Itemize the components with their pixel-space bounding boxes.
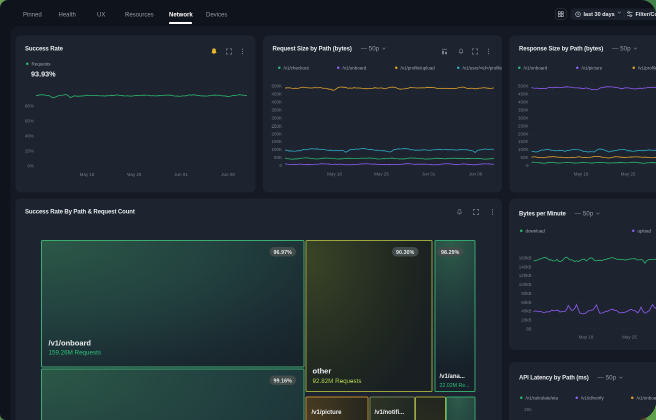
- svg-text:200K: 200K: [271, 131, 282, 136]
- svg-text:0%: 0%: [27, 164, 34, 169]
- svg-text:Jun 01: Jun 01: [174, 172, 188, 177]
- svg-text:May 18: May 18: [327, 172, 342, 177]
- svg-text:200K: 200K: [518, 131, 529, 136]
- svg-text:0B: 0B: [526, 326, 532, 331]
- svg-text:140kB: 140kB: [519, 264, 532, 269]
- svg-text:400K: 400K: [271, 99, 282, 104]
- svg-text:350K: 350K: [271, 107, 282, 112]
- svg-text:40kB: 40kB: [521, 309, 531, 314]
- svg-text:350K: 350K: [518, 107, 529, 112]
- svg-text:60kB: 60kB: [521, 300, 531, 305]
- svg-text:80kB: 80kB: [521, 291, 531, 296]
- svg-text:150K: 150K: [271, 139, 282, 144]
- svg-text:40%: 40%: [25, 134, 34, 139]
- svg-text:450K: 450K: [518, 91, 529, 96]
- svg-text:250K: 250K: [271, 123, 282, 128]
- svg-text:500K: 500K: [518, 84, 529, 89]
- svg-text:250K: 250K: [518, 123, 529, 128]
- svg-text:300K: 300K: [518, 115, 529, 120]
- svg-text:0: 0: [526, 163, 529, 168]
- svg-text:100K: 100K: [271, 147, 282, 152]
- svg-text:50K: 50K: [274, 155, 282, 160]
- svg-text:160kB: 160kB: [519, 255, 532, 260]
- svg-text:May 25: May 25: [374, 172, 389, 177]
- svg-text:May 25: May 25: [127, 172, 142, 177]
- svg-text:May 18: May 18: [574, 172, 589, 177]
- svg-text:450K: 450K: [271, 91, 282, 96]
- svg-text:20kB: 20kB: [521, 318, 531, 323]
- svg-text:May 25: May 25: [621, 172, 636, 177]
- svg-text:80%: 80%: [25, 104, 34, 109]
- svg-text:Jun 08: Jun 08: [221, 172, 235, 177]
- svg-text:20s: 20s: [524, 407, 532, 412]
- svg-text:100kB: 100kB: [519, 282, 532, 287]
- svg-text:May 25: May 25: [622, 335, 637, 340]
- svg-text:100K: 100K: [518, 147, 529, 152]
- svg-text:May 18: May 18: [579, 335, 594, 340]
- svg-text:500K: 500K: [271, 84, 282, 89]
- svg-text:300K: 300K: [271, 115, 282, 120]
- svg-text:150K: 150K: [518, 139, 529, 144]
- svg-text:60%: 60%: [25, 119, 34, 124]
- svg-text:0: 0: [279, 163, 282, 168]
- svg-text:20%: 20%: [25, 149, 34, 154]
- svg-text:Jun 01: Jun 01: [422, 172, 436, 177]
- svg-text:May 18: May 18: [80, 172, 95, 177]
- svg-text:120kB: 120kB: [519, 273, 532, 278]
- svg-text:Jun 08: Jun 08: [469, 172, 483, 177]
- svg-text:400K: 400K: [518, 99, 529, 104]
- svg-text:50K: 50K: [520, 155, 528, 160]
